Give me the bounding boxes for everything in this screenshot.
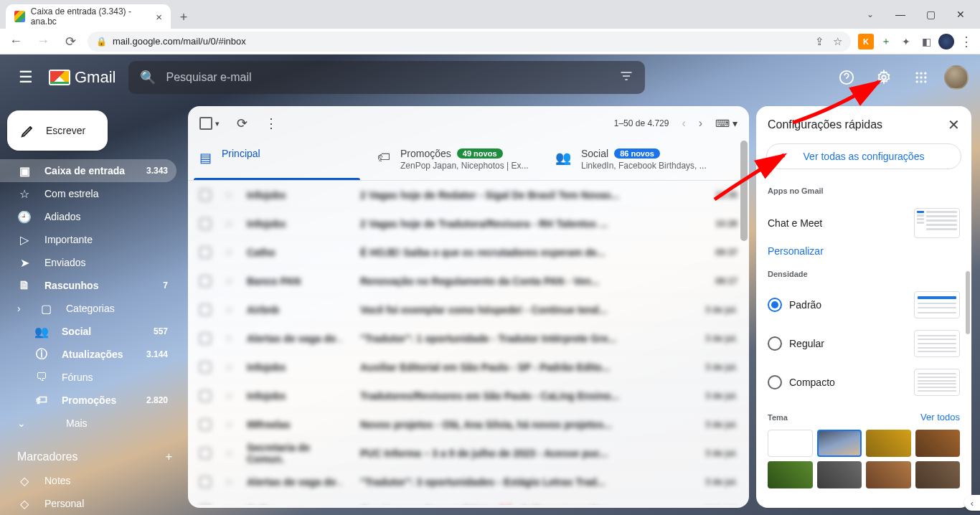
theme-tile[interactable] xyxy=(866,461,911,488)
star-icon[interactable]: ☆ xyxy=(224,417,234,431)
theme-tile[interactable] xyxy=(817,430,862,457)
gear-icon[interactable] xyxy=(870,63,898,92)
maximize-icon[interactable]: ▢ xyxy=(917,9,944,20)
sidebar-item-atualizações[interactable]: ⓘAtualizações3.144 xyxy=(0,343,176,366)
theme-tile[interactable] xyxy=(866,430,911,457)
add-label-icon[interactable]: + xyxy=(166,450,172,463)
more-icon[interactable]: ⋮ xyxy=(265,115,278,131)
scrollbar[interactable] xyxy=(740,141,749,270)
star-icon[interactable]: ☆ xyxy=(224,360,234,374)
star-icon[interactable]: ☆ xyxy=(224,504,234,505)
density-option-compacto[interactable]: Compacto xyxy=(768,363,960,402)
back-icon[interactable]: ← xyxy=(6,34,26,49)
caret-down-icon[interactable]: ⌄ xyxy=(857,9,884,19)
sidebar-item-categorias[interactable]: ›▢Categorias xyxy=(0,297,176,320)
search-bar[interactable]: 🔍 xyxy=(128,61,645,94)
sidebar-item-caixa-de-entrada[interactable]: ▣Caixa de entrada3.343 xyxy=(0,159,176,182)
forward-icon[interactable]: → xyxy=(33,34,53,49)
theme-see-all-link[interactable]: Ver todos xyxy=(920,412,960,422)
email-checkbox[interactable] xyxy=(199,275,211,287)
email-row[interactable]: ☆Alertas de vaga do ."Tradutor": 1 oport… xyxy=(188,324,749,353)
density-option-regular[interactable]: Regular xyxy=(768,324,960,363)
share-icon[interactable]: ⇪ xyxy=(815,35,824,48)
minimize-icon[interactable]: — xyxy=(887,9,914,20)
compose-button[interactable]: Escrever xyxy=(7,110,108,151)
theme-tile[interactable] xyxy=(768,461,813,488)
theme-tile[interactable] xyxy=(915,461,961,488)
sidebar-item-importante[interactable]: ▷Importante xyxy=(0,228,176,251)
email-row[interactable]: ☆Secretaria de Comun.PUC Informa – 3 a 9… xyxy=(188,439,749,468)
star-icon[interactable]: ☆ xyxy=(224,303,234,316)
radio-icon[interactable] xyxy=(768,336,782,351)
tab-promoções[interactable]: 🏷Promoções49 novosZenPop Japan, Nicephot… xyxy=(366,141,544,180)
main-menu-icon[interactable]: ☰ xyxy=(11,63,40,92)
theme-tile[interactable] xyxy=(768,430,813,457)
label-item[interactable]: ◇Notes xyxy=(0,469,176,492)
email-checkbox[interactable] xyxy=(199,419,211,430)
email-row[interactable]: ☆Banco PANRenovação no Regulamento da Co… xyxy=(188,267,749,296)
sidebar-item-enviados[interactable]: ➤Enviados xyxy=(0,251,176,274)
email-checkbox[interactable] xyxy=(199,247,211,258)
input-tools-icon[interactable]: ⌨ ▾ xyxy=(715,118,738,129)
search-input[interactable] xyxy=(166,71,609,84)
star-icon[interactable]: ☆ xyxy=(224,475,234,488)
email-row[interactable]: ☆Infojobs2 Vagas hoje de Tradutora/Revis… xyxy=(188,209,749,238)
email-row[interactable]: ☆CathoO maior erro dos candidatos ❌ - Sa… xyxy=(188,496,749,505)
density-option-padrão[interactable]: Padrão xyxy=(768,285,960,324)
tab-social[interactable]: 👥Social86 novosLinkedIn, Facebook Birthd… xyxy=(544,141,722,180)
email-checkbox[interactable] xyxy=(199,476,211,488)
select-all-checkbox[interactable] xyxy=(199,117,212,130)
email-row[interactable]: ☆AirbnbVocê foi exemplar como hóspede! -… xyxy=(188,296,749,324)
theme-tile[interactable] xyxy=(817,461,862,488)
sidepanel-icon[interactable]: ◧ xyxy=(918,34,934,49)
email-checkbox[interactable] xyxy=(199,304,211,316)
star-icon[interactable]: ☆ xyxy=(224,217,234,230)
theme-tile[interactable] xyxy=(915,430,961,457)
email-row[interactable]: ☆Alertas de vaga do ."Tradutor": 3 oport… xyxy=(188,468,749,496)
add-extension-icon[interactable]: ＋ xyxy=(878,34,894,49)
browser-tab[interactable]: Caixa de entrada (3.343) - ana.bc × xyxy=(6,4,171,29)
star-icon[interactable]: ☆ xyxy=(224,389,234,402)
email-checkbox[interactable] xyxy=(199,333,211,344)
sidebar-item-social[interactable]: 👥Social557 xyxy=(0,320,176,343)
sidebar-item-fóruns[interactable]: 🗨Fóruns xyxy=(0,366,176,389)
bookmark-star-icon[interactable]: ☆ xyxy=(833,35,842,48)
radio-icon[interactable] xyxy=(768,298,782,312)
email-checkbox[interactable] xyxy=(199,505,211,506)
email-row[interactable]: ☆InfojobsTradutores/Revisores em São Pau… xyxy=(188,382,749,410)
email-row[interactable]: ☆InfojobsAuxiliar Editorial em São Paulo… xyxy=(188,353,749,382)
email-row[interactable]: ☆99freelasNovos projetos - Olá, Ana Silv… xyxy=(188,410,749,439)
email-checkbox[interactable] xyxy=(199,189,211,201)
tab-principal[interactable]: ▤Principal xyxy=(188,141,366,180)
browser-profile-avatar[interactable] xyxy=(938,34,954,49)
email-checkbox[interactable] xyxy=(199,362,211,373)
refresh-icon[interactable]: ⟳ xyxy=(237,115,248,131)
apps-grid-icon[interactable] xyxy=(907,63,936,92)
star-icon[interactable]: ☆ xyxy=(224,331,234,345)
close-icon[interactable]: × xyxy=(156,11,162,23)
email-checkbox[interactable] xyxy=(199,218,211,230)
sidebar-item-mais[interactable]: ⌄Mais xyxy=(0,412,176,435)
new-tab-button[interactable]: + xyxy=(174,7,194,27)
gmail-logo[interactable]: Gmail xyxy=(49,68,116,87)
see-all-settings-button[interactable]: Ver todas as configurações xyxy=(766,143,961,169)
sidebar-item-promoções[interactable]: 🏷Promoções2.820 xyxy=(0,389,176,412)
star-icon[interactable]: ☆ xyxy=(224,245,234,259)
star-icon[interactable]: ☆ xyxy=(224,446,234,460)
select-dropdown-icon[interactable]: ▾ xyxy=(215,119,220,128)
close-icon[interactable]: ✕ xyxy=(948,116,960,133)
close-window-icon[interactable]: ✕ xyxy=(947,9,974,20)
star-icon[interactable]: ☆ xyxy=(224,274,234,288)
reload-icon[interactable]: ⟳ xyxy=(60,34,80,49)
radio-icon[interactable] xyxy=(768,375,782,389)
sidebar-item-com-estrela[interactable]: ☆Com estrela xyxy=(0,182,176,205)
help-icon[interactable] xyxy=(832,63,861,92)
sidebar-item-rascunhos[interactable]: 🗎Rascunhos7 xyxy=(0,274,176,297)
email-row[interactable]: ☆Infojobs2 Vagas hoje de Redator - Sigal… xyxy=(188,181,749,209)
sidebar-item-adiados[interactable]: 🕘Adiados xyxy=(0,205,176,228)
email-checkbox[interactable] xyxy=(199,390,211,402)
side-panel-toggle-icon[interactable]: ‹ xyxy=(964,495,980,511)
label-item[interactable]: ◇Personal xyxy=(0,492,176,515)
prev-page-icon[interactable]: ‹ xyxy=(682,117,685,130)
scrollbar[interactable] xyxy=(966,271,970,334)
